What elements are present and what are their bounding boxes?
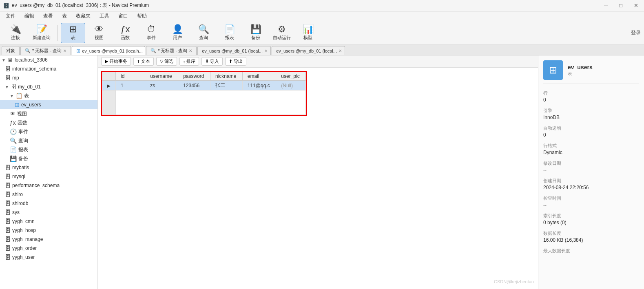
toolbar-btn-backup[interactable]: 💾备份	[243, 23, 268, 43]
empty-cell	[116, 90, 306, 115]
menu-bar: 文件编辑查看表收藏夹工具窗口帮助	[0, 11, 644, 21]
toolbar-btn-user[interactable]: 👤用户	[165, 23, 190, 43]
login-button[interactable]: 登录	[631, 29, 641, 36]
col-id[interactable]: id	[116, 72, 145, 81]
tab-tab5[interactable]: ev_users @my_db_01 (local...✕	[197, 46, 271, 55]
tab-close-btn[interactable]: ✕	[339, 49, 342, 53]
cell-nickname[interactable]: 张三	[210, 81, 243, 90]
menu-item-查看[interactable]: 查看	[39, 12, 57, 20]
sidebar-item-yygh-manage[interactable]: 🗄yygh_manage	[0, 235, 97, 244]
col-email[interactable]: email	[242, 72, 276, 81]
menu-item-编辑[interactable]: 编辑	[20, 12, 38, 20]
table-toolbar-btn-import-btn[interactable]: ⬇导入	[201, 57, 223, 66]
sidebar-item-functions-group[interactable]: ƒx函数	[0, 118, 97, 127]
sidebar-item-label: mp	[12, 75, 19, 81]
cell-user-pic[interactable]: (Null)	[276, 81, 306, 90]
table-toolbar-btn-filter-btn[interactable]: ▽筛选	[156, 57, 177, 66]
report-icon: 📄	[224, 25, 235, 34]
tab-label: ev_users @mydb_01 (localh...	[82, 49, 143, 53]
toolbar-btn-view[interactable]: 👁视图	[87, 23, 111, 43]
shiro-icon: 🗄	[5, 191, 11, 198]
table-toolbar-btn-sort-btn[interactable]: ↕排序	[179, 57, 199, 66]
table-toolbar-btn-text-btn[interactable]: T文本	[133, 57, 154, 66]
toolbar-btn-function[interactable]: ƒx函数	[113, 23, 137, 43]
minimize-button[interactable]: ─	[602, 2, 610, 9]
maximize-button[interactable]: □	[617, 2, 625, 9]
tab-tab1[interactable]: 对象	[2, 46, 20, 55]
toolbar-btn-connect[interactable]: 🔌连接	[3, 23, 28, 43]
table-toolbar-btn-begin-txn[interactable]: ▶开始事务	[101, 57, 131, 66]
right-info-label-5: 创建日期	[543, 178, 639, 184]
right-panel-info: ev_users 表	[568, 64, 593, 77]
tab-tab2[interactable]: 🔍* 无标题 - 查询✕	[20, 46, 71, 55]
ev-users-icon: ⊞	[15, 101, 20, 108]
sidebar-item-yygh-order[interactable]: 🗄yygh_order	[0, 244, 97, 253]
sidebar-item-yygh-user[interactable]: 🗄yygh_user	[0, 253, 97, 262]
col-user-pic[interactable]: user_pic	[276, 72, 306, 81]
sidebar-item-sys[interactable]: 🗄sys	[0, 208, 97, 217]
row-indicator: ▶	[102, 81, 116, 90]
sidebar-item-yygh-hosp[interactable]: 🗄yygh_hosp	[0, 226, 97, 235]
tab-close-btn[interactable]: ✕	[144, 49, 145, 53]
sidebar-item-info-schema[interactable]: 🗄information_schema	[0, 64, 97, 73]
tables-group-icon: 📋	[15, 93, 22, 99]
sidebar-item-reports-group[interactable]: 📄报表	[0, 145, 97, 154]
toolbar-btn-auto-run[interactable]: ⚙自动运行	[270, 23, 294, 43]
menu-item-窗口[interactable]: 窗口	[114, 12, 132, 20]
tab-close-btn[interactable]: ✕	[63, 49, 66, 53]
toolbar-btn-event[interactable]: ⏱事件	[139, 23, 164, 43]
cell-password[interactable]: 123456	[178, 81, 210, 90]
sidebar-item-queries-group[interactable]: 🔍查询	[0, 136, 97, 145]
sidebar-item-mp[interactable]: 🗄mp	[0, 73, 97, 82]
right-info-label-7: 索引长度	[543, 213, 639, 219]
menu-item-工具[interactable]: 工具	[95, 12, 113, 20]
col-nickname[interactable]: nickname	[210, 72, 243, 81]
close-button[interactable]: ✕	[631, 2, 641, 9]
menu-item-文件[interactable]: 文件	[2, 12, 20, 20]
sidebar-item-shirodb[interactable]: 🗄shirodb	[0, 199, 97, 208]
right-info-label-6: 检查时间	[543, 195, 639, 201]
right-info-value-6: --	[543, 202, 639, 208]
sidebar-item-perf-schema[interactable]: 🗄performance_schema	[0, 181, 97, 190]
col-password[interactable]: password	[178, 72, 210, 81]
cell-id[interactable]: 1	[116, 81, 145, 90]
tab-close-btn[interactable]: ✕	[264, 49, 268, 53]
sidebar-item-views-group[interactable]: 👁视图	[0, 109, 97, 118]
sidebar-item-localhost[interactable]: ▼🖥localhost_3306	[0, 55, 97, 64]
toolbar-btn-report[interactable]: 📄报表	[217, 23, 242, 43]
menu-item-帮助[interactable]: 帮助	[133, 12, 151, 20]
tab-label: ev_users @my_db_01 (local...	[276, 49, 337, 53]
cell-email[interactable]: 111@qq.c	[242, 81, 276, 90]
title-bar-controls: ─ □ ✕	[602, 2, 641, 9]
sidebar-item-label: my_db_01	[18, 84, 41, 90]
sidebar-item-yygh-cmn[interactable]: 🗄yygh_cmn	[0, 217, 97, 226]
my-db-01-icon: 🗄	[11, 84, 16, 90]
toolbar-btn-new-query[interactable]: 📝新建查询	[29, 23, 54, 43]
sidebar-item-my-db-01[interactable]: ▼🗄my_db_01	[0, 82, 97, 91]
table-toolbar-btn-export-btn[interactable]: ⬆导出	[225, 57, 246, 66]
sidebar-item-shiro[interactable]: 🗄shiro	[0, 190, 97, 199]
toolbar-btn-query[interactable]: 🔍查询	[191, 23, 216, 43]
menu-item-收藏夹[interactable]: 收藏夹	[72, 12, 95, 20]
sidebar-item-ev-users[interactable]: ⊞ev_users	[0, 100, 97, 109]
menu-item-表[interactable]: 表	[58, 12, 71, 20]
tab-close-btn[interactable]: ✕	[189, 49, 192, 53]
sidebar-item-backups-group[interactable]: 💾备份	[0, 154, 97, 163]
toolbar-btn-table[interactable]: ⊞表	[61, 23, 85, 43]
data-table: id username password nickname email user…	[102, 72, 306, 115]
yygh-order-icon: 🗄	[5, 245, 11, 251]
tab-tab3[interactable]: ⊞ev_users @mydb_01 (localh...✕	[72, 46, 145, 55]
cell-username[interactable]: zs	[145, 81, 178, 90]
model-label: 模型	[303, 35, 312, 41]
backup-icon: 💾	[250, 25, 261, 34]
tab-tab4[interactable]: 🔍* 无标题 - 查询✕	[146, 46, 197, 55]
sidebar-item-events-group[interactable]: 🕐事件	[0, 127, 97, 136]
col-username[interactable]: username	[145, 72, 178, 81]
toolbar-btn-model[interactable]: 📊模型	[296, 23, 320, 43]
toolbar: 🔌连接📝新建查询⊞表👁视图ƒx函数⏱事件👤用户🔍查询📄报表💾备份⚙自动运行📊模型…	[0, 21, 644, 45]
sidebar-item-tables-group[interactable]: ▼📋表	[0, 91, 97, 100]
tab-tab6[interactable]: ev_users @my_db_01 (local...✕	[272, 46, 345, 55]
sidebar-item-mybatis[interactable]: 🗄mybatis	[0, 163, 97, 172]
table-row[interactable]: ▶ 1 zs 123456 张三 111@qq.c (Null)	[102, 81, 306, 90]
sidebar-item-mysql[interactable]: 🗄mysql	[0, 172, 97, 181]
